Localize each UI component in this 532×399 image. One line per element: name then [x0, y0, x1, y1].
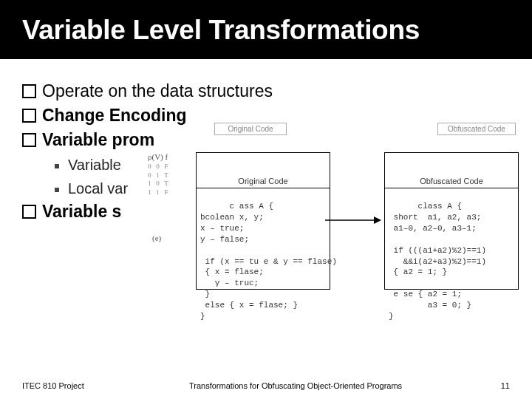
obfuscated-code-box: Obfuscated Code class A { short a1, a2, … — [384, 152, 519, 290]
arrow-icon — [325, 214, 383, 226]
square-bullet-icon — [22, 205, 36, 219]
ghost-original-header: Original Code — [214, 123, 287, 135]
truth-table: 0 0 F 0 1 T 1 0 T 1 1 F — [148, 163, 168, 197]
title-band: Variable Level Transformations — [0, 0, 532, 59]
slide-title: Variable Level Transformations — [22, 15, 510, 46]
figure-group: Original Code Obfuscated Code ρ(V) f 0 0… — [155, 148, 517, 318]
square-bullet-icon — [22, 109, 36, 123]
original-code-header: Original Code — [197, 175, 330, 188]
bullet-text: Variable prom — [42, 129, 154, 151]
original-code-box: Original Code c ass A { bcolean x, y; x … — [196, 152, 330, 290]
original-code-body: c ass A { bcolean x, y; x – true; y – fa… — [200, 202, 337, 320]
obfuscated-code-body: class A { short a1, a2, a3; a1–0, a2–0, … — [389, 202, 486, 320]
footer: ITEC 810 Project Transformations for Obf… — [0, 381, 532, 390]
page-number: 11 — [480, 381, 510, 390]
obfuscated-code-header: Obfuscated Code — [385, 175, 518, 188]
bullet-text: Change Encoding — [42, 104, 187, 127]
square-bullet-icon — [22, 133, 36, 147]
solid-square-icon — [55, 188, 59, 192]
ghost-obfuscated-header: Obfuscated Code — [437, 123, 516, 135]
sub-bullet-text: Variable — [68, 153, 121, 177]
sub-bullet-text: Local var — [68, 177, 128, 200]
square-bullet-icon — [22, 84, 36, 98]
subfig-e-label: (e) — [152, 233, 161, 242]
svg-marker-1 — [374, 216, 381, 224]
slide: Variable Level Transformations Operate o… — [0, 0, 532, 399]
bullet-operate: Operate on the data structures — [22, 80, 510, 103]
bullet-text: Variable s — [42, 200, 121, 223]
footer-left: ITEC 810 Project — [22, 381, 111, 390]
rho-label: ρ(V) f — [148, 152, 168, 161]
solid-square-icon — [55, 164, 59, 168]
footer-center: Transformations for Obfuscating Object-O… — [111, 381, 480, 390]
bullet-text: Operate on the data structures — [42, 80, 273, 103]
